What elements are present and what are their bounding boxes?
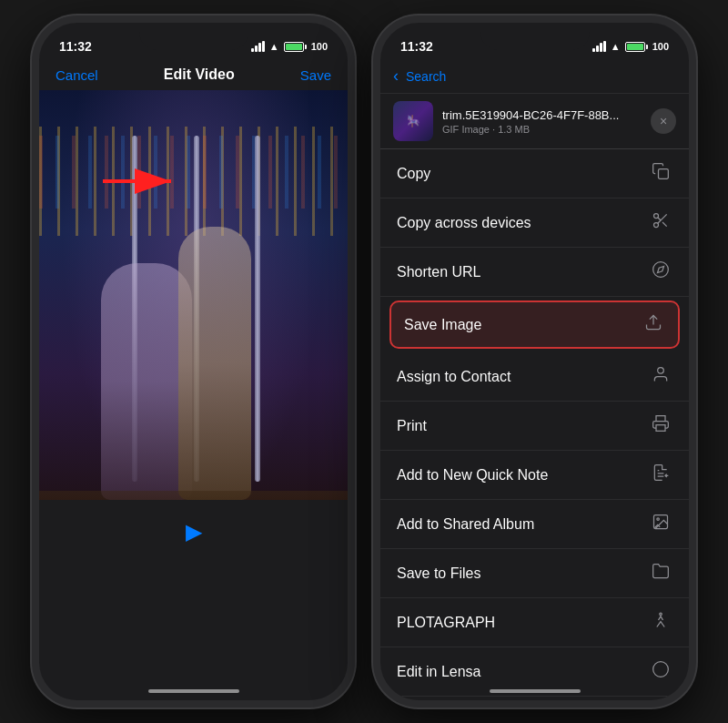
print-icon xyxy=(649,414,672,437)
svg-line-7 xyxy=(658,218,661,220)
share-menu: Copy Copy across devices xyxy=(380,149,689,708)
share-thumbnail: 🎠 xyxy=(393,101,433,141)
phone-video-editor: 11:32 ▲ 100 Cancel Edit Video Save xyxy=(32,15,355,708)
menu-item-copy-across[interactable]: Copy across devices xyxy=(380,199,689,248)
plotagraph-label: PLOTAGRAPH xyxy=(397,615,495,631)
svg-point-3 xyxy=(654,214,659,219)
battery-pct: 100 xyxy=(311,41,328,52)
search-nav: ‹ Search xyxy=(380,63,689,94)
save-image-label: Save Image xyxy=(404,317,481,333)
save-button[interactable]: Save xyxy=(300,67,331,83)
svg-point-4 xyxy=(654,223,659,228)
svg-point-11 xyxy=(658,368,664,374)
svg-rect-2 xyxy=(659,169,669,179)
play-button[interactable]: ▶ xyxy=(176,514,212,550)
print-label: Print xyxy=(397,418,427,434)
svg-marker-9 xyxy=(657,266,663,272)
battery-icon-right xyxy=(625,42,648,52)
copy-label: Copy xyxy=(397,166,430,182)
lensa-label: Edit in Lensa xyxy=(397,664,481,680)
nav-bar-video-editor: Cancel Edit Video Save xyxy=(39,63,348,90)
menu-item-plotagraph[interactable]: PLOTAGRAPH xyxy=(380,598,689,647)
shared-album-label: Add to Shared Album xyxy=(397,516,534,533)
red-arrow xyxy=(94,163,185,199)
menu-item-save-files[interactable]: Save to Files xyxy=(380,549,689,598)
phone-share-sheet: 11:32 ▲ 100 ‹ Search 🎠 xyxy=(373,15,696,708)
menu-item-print[interactable]: Print xyxy=(380,402,689,451)
status-bar-right: 11:32 ▲ 100 xyxy=(380,23,689,63)
circle-icon xyxy=(649,660,672,683)
cancel-button[interactable]: Cancel xyxy=(56,67,98,83)
quick-note-label: Add to New Quick Note xyxy=(397,467,548,484)
menu-item-quick-note[interactable]: Add to New Quick Note xyxy=(380,451,689,500)
svg-line-6 xyxy=(662,222,667,227)
share-close-button[interactable]: × xyxy=(651,108,676,134)
folder-icon xyxy=(649,562,672,585)
time-left: 11:32 xyxy=(59,39,92,54)
share-filename: trim.5E319904-BC26-4F7F-88B... xyxy=(442,108,642,122)
share-header: 🎠 trim.5E319904-BC26-4F7F-88B... GIF Ima… xyxy=(380,94,689,149)
person-2 xyxy=(178,227,251,500)
menu-item-assign-contact[interactable]: Assign to Contact xyxy=(380,352,689,402)
album-icon xyxy=(649,513,672,535)
status-icons-right: ▲ 100 xyxy=(592,41,669,52)
svg-point-8 xyxy=(653,262,669,278)
wifi-icon: ▲ xyxy=(269,41,279,52)
shorten-url-label: Shorten URL xyxy=(397,264,481,280)
wifi-icon-right: ▲ xyxy=(611,41,621,52)
share-filesize: GIF Image · 1.3 MB xyxy=(442,124,642,135)
copy-icon xyxy=(649,162,672,185)
svg-rect-12 xyxy=(656,425,665,432)
status-icons-left: ▲ 100 xyxy=(251,41,328,52)
save-files-label: Save to Files xyxy=(397,565,480,582)
figure-icon xyxy=(649,611,672,634)
menu-item-hp-smart[interactable]: Print with HP Smart xyxy=(380,697,689,708)
menu-item-shared-album[interactable]: Add to Shared Album xyxy=(380,500,689,549)
pole-3 xyxy=(255,136,260,482)
video-controls: ▶ xyxy=(39,500,348,564)
home-indicator xyxy=(148,689,239,693)
status-bar-left: 11:32 ▲ 100 xyxy=(39,23,348,63)
person-icon xyxy=(649,365,672,388)
assign-contact-label: Assign to Contact xyxy=(397,369,511,385)
time-right: 11:32 xyxy=(400,39,433,54)
svg-point-16 xyxy=(657,518,660,521)
copy-across-label: Copy across devices xyxy=(397,215,531,231)
menu-item-shorten-url[interactable]: Shorten URL xyxy=(380,248,689,297)
video-container: ‹ › xyxy=(39,90,348,564)
search-label: Search xyxy=(406,69,446,84)
battery-icon xyxy=(284,42,307,52)
signal-icon-right xyxy=(592,41,606,52)
scissors-icon xyxy=(649,211,672,234)
home-indicator-right xyxy=(490,689,581,693)
video-scene xyxy=(39,90,348,564)
svg-point-18 xyxy=(653,662,669,677)
menu-item-save-image[interactable]: Save Image xyxy=(389,300,680,349)
signal-icon xyxy=(251,41,265,52)
edit-video-title: Edit Video xyxy=(164,66,235,83)
note-icon xyxy=(649,463,672,486)
save-icon xyxy=(642,313,665,336)
menu-item-copy[interactable]: Copy xyxy=(380,149,689,199)
svg-point-17 xyxy=(660,613,662,616)
compass-icon xyxy=(649,260,672,283)
share-file-info: trim.5E319904-BC26-4F7F-88B... GIF Image… xyxy=(442,108,642,135)
back-chevron-icon[interactable]: ‹ xyxy=(393,66,399,86)
battery-pct-right: 100 xyxy=(652,41,669,52)
